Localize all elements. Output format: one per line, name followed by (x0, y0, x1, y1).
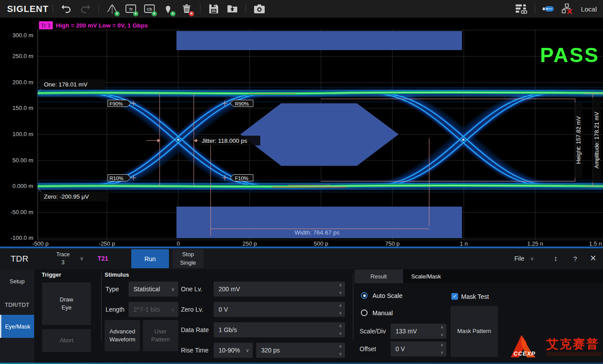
usb-status[interactable] (539, 0, 558, 18)
type-dropdown[interactable]: Statistical ∨ (129, 282, 178, 297)
abort-button[interactable]: Abort (42, 329, 91, 352)
camera-icon (253, 3, 266, 15)
chevron-down-icon: ∨ (171, 302, 175, 317)
redo-button[interactable] (76, 0, 94, 18)
add-channel-button[interactable]: Ch + (140, 0, 159, 18)
network-status[interactable] (558, 0, 576, 18)
toolbar-separator (246, 4, 246, 14)
svg-text:300.0 m: 300.0 m (12, 32, 33, 39)
control-title-row: TDR Trace 3 ∨ T21 Run Stop Single File ∨… (0, 248, 603, 269)
chevron-down-icon[interactable]: ∨ (80, 248, 84, 269)
draw-eye-button[interactable]: Draw Eye (42, 282, 91, 325)
save-icon (208, 3, 219, 15)
sidebar-item-setup[interactable]: Setup (0, 270, 34, 293)
resize-panel-button[interactable]: ↕ (554, 248, 558, 269)
svg-text:200.0 m: 200.0 m (12, 79, 33, 86)
save-button[interactable] (204, 0, 223, 18)
add-badge-icon: + (114, 11, 120, 16)
one-level-field-label: One Lv. (181, 282, 202, 297)
spinner-down-icon[interactable]: ∨ (339, 351, 342, 357)
svg-text:F90%: F90% (110, 101, 123, 106)
add-badge-icon: + (152, 11, 157, 16)
result-tabstrip: Result Scale/Mask (353, 270, 603, 283)
toolbar-separator (98, 4, 99, 14)
run-button[interactable]: Run (131, 249, 169, 268)
undo-button[interactable] (57, 0, 76, 18)
delete-badge-icon: × (189, 11, 194, 16)
svg-text:1 n: 1 n (460, 240, 468, 247)
spinner-up-icon[interactable]: ∧ (339, 282, 342, 288)
accexp-cn-wordmark: 艾克赛普 (546, 336, 599, 352)
display-config-button[interactable] (512, 0, 531, 18)
accexp-wordmark: CCEXP (513, 350, 536, 357)
trace-id-label: T21 (98, 248, 108, 269)
advanced-waveform-button[interactable]: Advanced Waveform (105, 320, 140, 351)
layout-config-icon (515, 3, 528, 15)
mask-pattern-button[interactable]: Mask Pattern (450, 306, 498, 357)
sidebar-item-eye-mask[interactable]: Eye/Mask (0, 315, 34, 338)
offset-stepper[interactable]: 0 V ∧ ∨ (391, 341, 446, 356)
spinner-up-icon[interactable]: ∧ (339, 344, 342, 349)
toolbar-separator (200, 4, 200, 14)
spinner-down-icon[interactable]: ∨ (339, 290, 342, 296)
panel-divider (101, 273, 102, 341)
data-rate-stepper[interactable]: 1 Gb/s ∧ ∨ (214, 322, 345, 337)
spinner-up-icon[interactable]: ∧ (339, 323, 342, 329)
stop-single-button[interactable]: Stop Single (172, 249, 204, 268)
folder-open-icon (227, 3, 238, 15)
auto-scale-label: Auto Scale (372, 289, 403, 302)
height-label: Height: 157.82 mV (575, 116, 582, 164)
zero-level-label: Zero: -200.95 μV (44, 193, 89, 200)
undo-icon (61, 4, 72, 14)
tab-scale-mask[interactable]: Scale/Mask (403, 270, 449, 283)
one-level-stepper[interactable]: 200 mV ∧ ∨ (214, 282, 345, 297)
spinner-down-icon[interactable]: ∨ (440, 332, 443, 338)
rise-range-dropdown[interactable]: 10-90% ∨ (214, 343, 253, 358)
chevron-down-icon: ∨ (171, 282, 175, 297)
user-pattern-button[interactable]: User Pattern (143, 320, 178, 351)
sidebar-item-tdr-tdt[interactable]: TDR/TDT (0, 293, 34, 316)
svg-text:50.00 m: 50.00 m (12, 157, 33, 164)
brand-logo: SIGLENT (7, 4, 49, 14)
svg-text:0.000 m: 0.000 m (12, 183, 33, 189)
svg-text:750 p: 750 p (385, 240, 400, 247)
svg-text:-50.00 m: -50.00 m (11, 209, 33, 215)
svg-text:250.0 m: 250.0 m (12, 53, 33, 59)
help-button[interactable]: ? (573, 248, 577, 269)
jitter-label: Jitter: 118.000 ps (202, 137, 247, 144)
offset-label: Offset (360, 341, 376, 356)
manual-label: Manual (372, 306, 393, 320)
spinner-down-icon[interactable]: ∨ (440, 350, 443, 356)
length-dropdown[interactable]: 2^7-1 bits ∨ (129, 302, 178, 317)
manual-radio[interactable] (361, 309, 368, 316)
svg-text:0: 0 (176, 240, 180, 247)
spinner-up-icon[interactable]: ∧ (440, 342, 443, 348)
spinner-down-icon[interactable]: ∨ (339, 331, 342, 337)
close-button[interactable]: × (590, 248, 596, 268)
auto-scale-radio[interactable] (361, 292, 368, 299)
mask-test-checkbox[interactable] (451, 293, 458, 300)
redo-icon (80, 4, 90, 14)
svg-text:-250 p: -250 p (99, 240, 115, 247)
rise-time-stepper[interactable]: 320 ps ∧ ∨ (256, 343, 345, 358)
trace-badge-label: Tr 3 (41, 23, 51, 29)
file-menu[interactable]: File (514, 248, 525, 269)
screenshot-button[interactable] (250, 0, 269, 18)
delete-button[interactable]: × (177, 0, 196, 18)
spinner-up-icon[interactable]: ∧ (339, 303, 342, 309)
length-label: Length (106, 302, 125, 317)
spinner-up-icon[interactable]: ∧ (440, 325, 443, 330)
add-waveform-button[interactable]: + (103, 0, 121, 18)
tab-result[interactable]: Result (354, 270, 403, 283)
chevron-down-icon: ∨ (246, 343, 249, 358)
add-marker-button[interactable]: + (159, 0, 177, 18)
accexp-tagline (546, 352, 602, 356)
scale-div-stepper[interactable]: 133 mV ∧ ∨ (391, 324, 446, 339)
connection-mode-label: Local (581, 5, 597, 13)
chevron-down-icon[interactable]: ∨ (530, 248, 534, 269)
spinner-down-icon[interactable]: ∨ (339, 310, 342, 316)
zero-level-stepper[interactable]: 0 V ∧ ∨ (214, 302, 345, 317)
add-trace-button[interactable]: Tr + (121, 0, 140, 18)
trace-selector[interactable]: Trace 3 (49, 250, 77, 266)
open-button[interactable] (223, 0, 242, 18)
